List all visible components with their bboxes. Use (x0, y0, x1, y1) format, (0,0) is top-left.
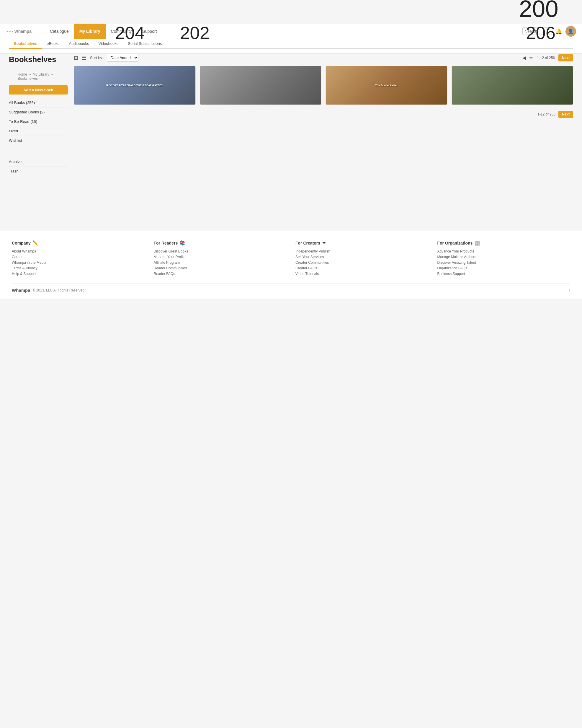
footer-link-talent[interactable]: Discover Amazing Talent (437, 260, 571, 265)
sidebar-item-archive[interactable]: Archive (9, 157, 68, 166)
footer-columns: Company ✏️ About Whampa Careers Whampa i… (12, 240, 570, 277)
footer-link-creator-faqs[interactable]: Creator FAQs (296, 266, 428, 270)
logo-text: Whampa (15, 29, 32, 34)
toolbar: ⊞ ☰ Sort by: Date AddedTitleAuthorRating… (74, 54, 573, 62)
tab-audiobooks[interactable]: Audiobooks (64, 39, 94, 49)
footer-logo: Whampa (12, 288, 30, 293)
footer-company-title: Company ✏️ (12, 240, 145, 246)
next-button[interactable]: Next (558, 54, 573, 61)
book-cover-1: F. SCOTT FITZGERALD THE GREAT GATSBY (74, 66, 195, 105)
subscriptions-number: 206 (526, 23, 555, 43)
creators-icon: ✦ (322, 240, 326, 246)
next-arrow[interactable]: ✏ (529, 55, 533, 60)
top-number-annotation: 200 (519, 0, 558, 21)
logo[interactable]: ~~~ Whampa (6, 29, 33, 34)
sidebar-item-wishlist[interactable]: Wishlist (9, 136, 68, 145)
company-icon: ✏️ (32, 240, 38, 246)
footer-link-advance[interactable]: Advance Your Products (437, 249, 571, 253)
bottom-next-button[interactable]: Next (558, 111, 573, 118)
footer-link-reader-faqs[interactable]: Reader FAQs (154, 272, 287, 276)
nav-my-library[interactable]: My Library (74, 24, 106, 39)
grid-view-icon[interactable]: ⊞ (74, 55, 78, 61)
footer-link-multiple-authors[interactable]: Manage Multiple Authors (437, 255, 571, 259)
sidebar-bottom: Archive Trash (9, 157, 68, 176)
sidebar-item-suggested[interactable]: Suggested Books (2) (9, 107, 68, 117)
avatar[interactable]: 👤 (565, 26, 576, 36)
sidebar: Bookshelves Home → My Library → Bookshel… (9, 54, 74, 222)
prev-arrow[interactable]: ◀ (522, 55, 526, 60)
readers-icon: 📚 (179, 240, 185, 246)
footer-link-help[interactable]: Help & Support (12, 272, 145, 276)
nav-catalogue[interactable]: Catalogue (45, 24, 74, 39)
footer-readers-title: For Readers 📚 (154, 240, 287, 246)
footer-col-company: Company ✏️ About Whampa Careers Whampa i… (12, 240, 145, 277)
footer-link-video-tutorials[interactable]: Video Tutorials (296, 272, 428, 276)
audiobooks-number: 204 (115, 23, 145, 43)
navbar: ~~~ Whampa Catalogue My Library Communit… (0, 24, 582, 39)
sidebar-item-all-books[interactable]: All Books (256) (9, 98, 68, 107)
tabs-section: 204 202 206 Bookshelves eBooks Audiobook… (0, 39, 582, 54)
list-view-icon[interactable]: ☰ (82, 55, 86, 61)
footer-col-organizations: For Organizations 🏢 Advance Your Product… (437, 240, 571, 277)
tab-bookshelves[interactable]: Bookshelves (9, 39, 42, 49)
footer-link-media[interactable]: Whampa in the Media (12, 260, 145, 265)
footer-link-terms[interactable]: Terms & Privacy (12, 266, 145, 270)
bell-icon[interactable]: 🔔 (555, 28, 562, 34)
books-grid: F. SCOTT FITZGERALD THE GREAT GATSBY The… (74, 66, 573, 105)
bottom-page-info: 1-12 of 256 (537, 112, 555, 116)
readers-label: For Readers (154, 241, 178, 245)
book-cover-text-3: The Scarlet Letter (374, 83, 399, 88)
breadcrumb: Home → My Library → Bookshelves (9, 69, 68, 82)
footer-link-reader-communities[interactable]: Reader Communities (154, 266, 287, 270)
footer-copyright: © 2013, LLC All Rights Reserved (33, 288, 85, 292)
footer-organizations-title: For Organizations 🏢 (437, 240, 571, 246)
company-label: Company (12, 241, 31, 245)
footer-link-org-faqs[interactable]: Organization FAQs (437, 266, 571, 270)
add-shelf-button[interactable]: Add a New Shelf (9, 85, 68, 95)
book-cover-2 (200, 66, 322, 105)
footer-link-careers[interactable]: Careers (12, 255, 145, 259)
book-cover-text-2 (259, 84, 262, 86)
breadcrumb-my-library[interactable]: My Library (33, 72, 49, 77)
footer-link-business-support[interactable]: Business Support (437, 272, 571, 276)
sort-label: Sort by: (90, 55, 103, 60)
breadcrumb-home[interactable]: Home (18, 72, 27, 77)
tab-ebooks[interactable]: eBooks (42, 39, 64, 49)
sidebar-item-trash[interactable]: Trash (9, 166, 68, 176)
content-area: ⊞ ☰ Sort by: Date AddedTitleAuthorRating… (74, 54, 573, 222)
footer-link-affiliate[interactable]: Affiliate Program (154, 260, 287, 265)
footer-link-sell[interactable]: Sell Your Services (296, 255, 428, 259)
organizations-icon: 🏢 (474, 240, 480, 246)
book-cover-text-4 (511, 84, 514, 86)
footer-link-profile[interactable]: Manage Your Profile (154, 255, 287, 259)
book-card-3[interactable]: The Scarlet Letter "Adventures of Huckle… (326, 66, 447, 105)
book-card-1[interactable]: F. SCOTT FITZGERALD THE GREAT GATSBY (74, 66, 196, 105)
sidebar-nav: All Books (256) Suggested Books (2) To-B… (9, 98, 68, 145)
content-tabs: Bookshelves eBooks Audiobooks Videobooks… (9, 39, 573, 49)
bottom-pagination: 1-12 of 256 Next (74, 105, 573, 124)
footer-col-readers: For Readers 📚 Discover Great Books Manag… (154, 240, 287, 277)
main-container: Bookshelves Home → My Library → Bookshel… (0, 54, 582, 231)
sidebar-item-liked[interactable]: Liked (9, 126, 68, 136)
footer-bottom: Whampa © 2013, LLC All Rights Reserved ↑ (12, 283, 570, 293)
book-card-4[interactable] (451, 66, 574, 105)
sidebar-item-to-be-read[interactable]: To-Be-Read (15) (9, 117, 68, 126)
book-cover-3: The Scarlet Letter (326, 66, 447, 105)
sort-select[interactable]: Date AddedTitleAuthorRating (107, 54, 138, 62)
page-info: 1-12 of 256 (537, 56, 555, 60)
organizations-label: For Organizations (437, 241, 473, 245)
footer-link-creator-communities[interactable]: Creator Communities (296, 260, 428, 265)
footer: Company ✏️ About Whampa Careers Whampa i… (0, 231, 582, 298)
book-cover-4 (452, 66, 573, 105)
footer-link-discover[interactable]: Discover Great Books (154, 249, 287, 253)
logo-wave-icon: ~~~ (6, 29, 13, 34)
footer-link-publish[interactable]: Independently Publish (296, 249, 428, 253)
footer-scroll-top[interactable]: ↑ (569, 288, 570, 292)
footer-creators-title: For Creators ✦ (296, 240, 428, 246)
book-cover-text-1: F. SCOTT FITZGERALD THE GREAT GATSBY (105, 83, 164, 88)
creators-label: For Creators (296, 241, 320, 245)
book-card-2[interactable] (200, 66, 322, 105)
breadcrumb-current: Bookshelves (18, 77, 38, 81)
page-title: Bookshelves (9, 55, 68, 64)
footer-link-about[interactable]: About Whampa (12, 249, 145, 253)
